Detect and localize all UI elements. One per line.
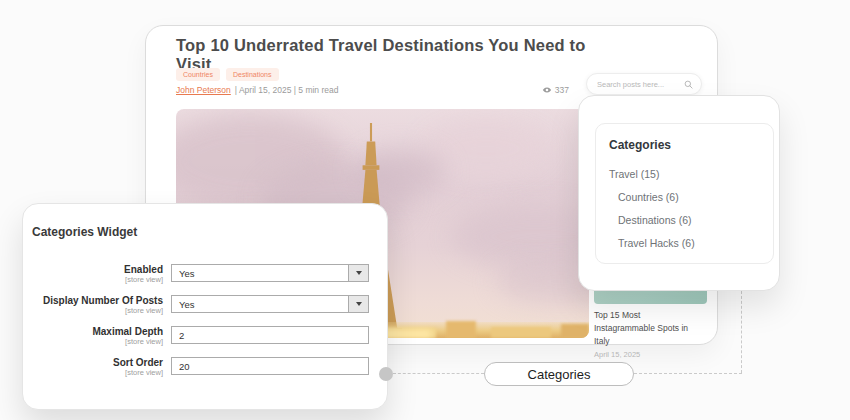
maximal-depth-input[interactable] — [171, 326, 369, 344]
field-label: Maximal Depth [store view] — [23, 326, 163, 346]
search-icon[interactable] — [684, 80, 693, 89]
field-label: Display Number Of Posts [store view] — [23, 295, 163, 315]
category-link-countries[interactable]: Countries (6) — [618, 191, 679, 203]
tag-countries[interactable]: Countries — [176, 68, 220, 81]
eye-icon — [542, 86, 552, 94]
search-box[interactable] — [586, 73, 702, 95]
dashed-connector-right — [634, 373, 742, 374]
dashed-connector-left — [393, 373, 484, 374]
sidebar-post-date: April 15, 2025 — [594, 350, 707, 359]
form-row-sort-order: Sort Order [store view] — [23, 357, 389, 375]
tag-destinations[interactable]: Destinations — [226, 68, 279, 81]
field-label: Enabled [store view] — [23, 264, 163, 284]
post-byline: John Peterson | April 15, 2025 | 5 min r… — [176, 85, 338, 95]
categories-header: Categories — [609, 138, 671, 152]
categories-widget-frame: Categories Travel (15) Countries (6) Des… — [595, 123, 774, 264]
select-value: Yes — [179, 296, 195, 313]
skyline-building — [561, 324, 589, 338]
field-label-text: Sort Order — [23, 357, 163, 368]
views-counter: 337 — [542, 85, 569, 95]
form-row-display-number: Display Number Of Posts [store view] Yes — [23, 295, 389, 313]
category-link-destinations[interactable]: Destinations (6) — [618, 214, 692, 226]
categories-widget-settings-panel: Categories Widget Enabled [store view] Y… — [22, 203, 388, 410]
sort-order-input[interactable] — [171, 357, 369, 375]
form-row-enabled: Enabled [store view] Yes — [23, 264, 389, 282]
field-scope-text: [store view] — [23, 368, 163, 377]
field-label: Sort Order [store view] — [23, 357, 163, 377]
views-count: 337 — [555, 85, 569, 95]
field-label-text: Maximal Depth — [23, 326, 163, 337]
byline-meta: | April 15, 2025 | 5 min read — [235, 85, 339, 95]
enabled-select[interactable]: Yes — [171, 264, 369, 282]
form-row-maximal-depth: Maximal Depth [store view] — [23, 326, 389, 344]
skyline-building — [491, 327, 551, 338]
chevron-down-icon[interactable] — [348, 265, 368, 281]
canvas: Top 10 Underrated Travel Destinations Yo… — [0, 0, 850, 420]
author-link[interactable]: John Peterson — [176, 85, 231, 95]
connector-dot — [379, 367, 393, 381]
category-link-travel[interactable]: Travel (15) — [609, 168, 659, 180]
field-scope-text: [store view] — [23, 306, 163, 315]
field-scope-text: [store view] — [23, 337, 163, 346]
settings-panel-title: Categories Widget — [32, 225, 137, 239]
categories-button[interactable]: Categories — [484, 362, 634, 386]
sidebar-post-title[interactable]: Top 15 Most Instagrammable Spots in Ital… — [594, 309, 702, 347]
skyline-building — [446, 321, 476, 338]
field-label-text: Display Number Of Posts — [23, 295, 163, 306]
dashed-connector-vertical — [741, 291, 742, 373]
categories-preview-panel: Categories Travel (15) Countries (6) Des… — [578, 95, 780, 291]
field-scope-text: [store view] — [23, 275, 163, 284]
chevron-down-icon[interactable] — [348, 296, 368, 312]
post-tags: Countries Destinations — [176, 68, 279, 81]
field-label-text: Enabled — [23, 264, 163, 275]
category-link-travel-hacks[interactable]: Travel Hacks (6) — [618, 237, 695, 249]
select-value: Yes — [179, 265, 195, 282]
display-number-select[interactable]: Yes — [171, 295, 369, 313]
search-input[interactable] — [597, 80, 684, 89]
